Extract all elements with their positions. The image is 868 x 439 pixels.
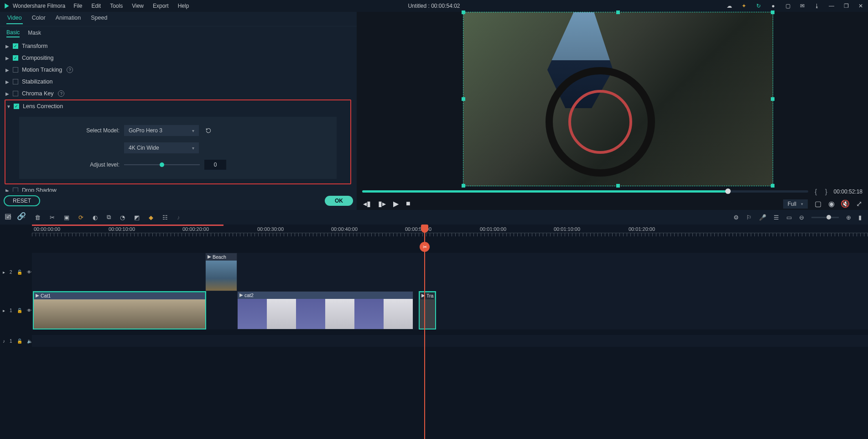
slider-adjust-level[interactable] [124, 164, 200, 165]
select-lens-profile[interactable]: 4K Cin Wide ▾ [124, 142, 199, 153]
help-icon[interactable]: ? [58, 90, 64, 97]
progress-thumb[interactable] [725, 188, 731, 194]
lock-icon[interactable]: 🔓 [17, 339, 22, 344]
checkbox-drop-shadow[interactable] [13, 188, 18, 192]
speed-ramp-icon[interactable]: ◔ [120, 214, 125, 221]
checkbox-motion-tracking[interactable] [13, 67, 18, 73]
prop-compositing[interactable]: ▶ Compositing [5, 52, 351, 64]
keyframe-icon[interactable]: ◆ [149, 214, 153, 221]
resize-handle[interactable] [462, 10, 465, 14]
resize-handle[interactable] [771, 97, 774, 101]
ok-button[interactable]: OK [325, 196, 353, 206]
lock-icon[interactable]: 🔓 [17, 308, 22, 313]
preview-frame[interactable] [463, 12, 773, 186]
clip-trap[interactable]: Tra [419, 291, 436, 329]
time-ruler[interactable]: 00:00:00:00 00:00:10:00 00:00:20:00 00:0… [32, 225, 868, 236]
help-icon[interactable]: ? [67, 67, 73, 73]
save-icon[interactable]: ▢ [784, 2, 791, 10]
prop-drop-shadow[interactable]: ▶ Drop Shadow [5, 184, 351, 192]
motion-track-icon[interactable]: ◩ [134, 214, 140, 221]
tab-animation[interactable]: Animation [55, 15, 82, 24]
minimize-icon[interactable]: — [828, 2, 835, 10]
record-icon[interactable]: ▭ [786, 214, 792, 221]
checkbox-stabilization[interactable] [13, 79, 18, 84]
track-body[interactable]: Cat1 cat2 Tra [32, 291, 868, 329]
prop-transform[interactable]: ▶ Transform [5, 40, 351, 52]
lock-icon[interactable]: 🔓 [17, 270, 22, 275]
resize-handle[interactable] [616, 10, 620, 14]
checkbox-transform[interactable] [13, 43, 18, 49]
menu-view[interactable]: View [132, 3, 144, 9]
menu-export[interactable]: Export [153, 3, 169, 9]
scissor-icon[interactable]: ✂ [420, 242, 430, 252]
mixer-icon[interactable]: ☰ [774, 214, 779, 221]
resize-handle[interactable] [462, 184, 465, 188]
prop-lens-correction[interactable]: ▼ Lens Correction [5, 100, 350, 112]
adjust-icon[interactable]: ☷ [162, 214, 168, 221]
notifications-icon[interactable]: ✉ [799, 2, 806, 10]
clip-beach[interactable]: Beach [205, 253, 237, 291]
input-adjust-level[interactable]: 0 [204, 160, 226, 170]
cloud-icon[interactable]: ☁ [726, 2, 733, 10]
reset-button[interactable]: RESET [4, 195, 40, 206]
speed-icon[interactable]: ⟳ [78, 214, 83, 221]
lightbulb-icon[interactable]: ✦ [740, 2, 748, 10]
menu-tools[interactable]: Tools [110, 3, 123, 9]
quality-dropdown[interactable]: Full ▾ [783, 199, 808, 209]
menu-help[interactable]: Help [178, 3, 189, 9]
checkbox-lens-correction[interactable] [14, 104, 19, 109]
cut-icon[interactable]: ✂ [50, 214, 55, 221]
track-body[interactable] [32, 335, 868, 347]
playhead-handle[interactable] [421, 225, 428, 233]
marker-icon[interactable]: ⚐ [746, 214, 752, 221]
zoom-out-icon[interactable]: ⊖ [799, 214, 804, 221]
zoom-thumb[interactable] [826, 215, 831, 220]
snapshot-icon[interactable]: ◉ [828, 200, 835, 208]
playhead[interactable]: ✂ [424, 225, 425, 439]
zoom-fit-icon[interactable]: ▮ [858, 214, 862, 221]
link-icon[interactable]: 🔗 [17, 212, 26, 220]
mark-in-icon[interactable]: { [813, 188, 819, 195]
zoom-slider[interactable] [811, 217, 839, 218]
prop-motion-tracking[interactable]: ▶ Motion Tracking ? [5, 64, 351, 76]
select-camera-model[interactable]: GoPro Hero 3 ▾ [124, 125, 199, 136]
stop-icon[interactable]: ■ [406, 199, 411, 208]
maximize-icon[interactable]: ❐ [842, 2, 850, 10]
tab-speed[interactable]: Speed [90, 15, 108, 24]
color-icon[interactable]: ◐ [93, 214, 98, 221]
resize-handle[interactable] [616, 184, 620, 188]
green-screen-icon[interactable]: ⧉ [107, 214, 111, 221]
tab-mask[interactable]: Mask [28, 29, 41, 37]
delete-icon[interactable]: 🗑 [35, 214, 41, 221]
slider-thumb[interactable] [160, 162, 164, 167]
sync-icon[interactable]: ↻ [755, 2, 762, 10]
tab-basic[interactable]: Basic [6, 28, 20, 37]
resize-handle[interactable] [771, 184, 774, 188]
zoom-in-icon[interactable]: ⊕ [846, 214, 851, 221]
timeline-options-icon[interactable]: ▤ [5, 212, 11, 220]
reset-model-icon[interactable] [203, 125, 213, 136]
user-icon[interactable]: ● [769, 2, 777, 10]
download-icon[interactable]: ⭳ [813, 2, 821, 10]
tab-video[interactable]: Video [6, 15, 23, 24]
step-back-icon[interactable]: ◂▮ [363, 199, 371, 208]
progress-track[interactable] [362, 190, 808, 193]
clip-cat1[interactable]: Cat1 [33, 291, 206, 329]
fullscreen-icon[interactable]: ⤢ [855, 200, 863, 208]
visibility-icon[interactable]: 👁 [27, 308, 31, 313]
mark-out-icon[interactable]: } [823, 188, 829, 195]
play-icon[interactable]: ▶ [393, 199, 399, 208]
prop-chroma-key[interactable]: ▶ Chroma Key ? [5, 88, 351, 99]
checkbox-chroma-key[interactable] [13, 91, 18, 96]
mute-icon[interactable]: 🔈 [27, 339, 32, 344]
mute-icon[interactable]: 🔇 [842, 200, 849, 208]
voiceover-icon[interactable]: 🎤 [759, 214, 766, 221]
crop-display-icon[interactable]: ▢ [814, 200, 821, 208]
close-icon[interactable]: ✕ [857, 2, 864, 10]
step-forward-icon[interactable]: ▮▸ [378, 199, 386, 208]
visibility-icon[interactable]: 👁 [27, 270, 31, 275]
checkbox-compositing[interactable] [13, 55, 18, 61]
prop-stabilization[interactable]: ▶ Stabilization [5, 76, 351, 88]
render-icon[interactable]: ⚙ [733, 214, 739, 221]
crop-icon[interactable]: ▣ [64, 214, 69, 221]
